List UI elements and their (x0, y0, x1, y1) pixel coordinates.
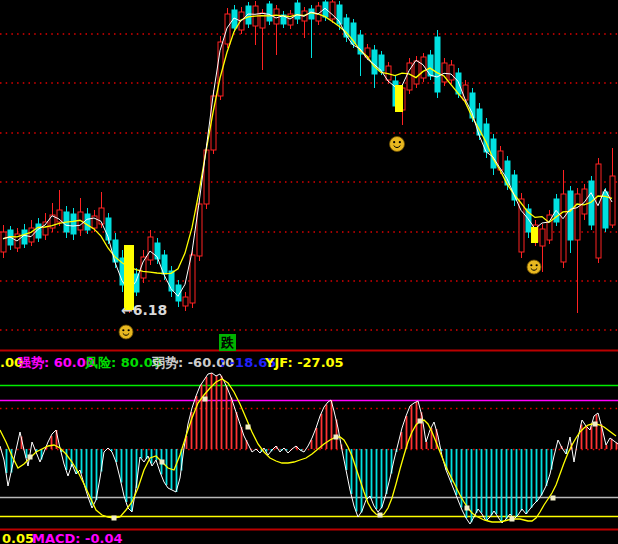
candle-up (274, 9, 279, 24)
candle-up (225, 14, 230, 44)
candle-down (568, 191, 573, 240)
smiley-icon (390, 137, 405, 152)
candles-layer (1, 0, 615, 313)
candle-up (57, 210, 62, 222)
osc-signal-marker (112, 516, 117, 521)
osc-signal-marker (28, 455, 33, 460)
candle-down (491, 139, 496, 168)
signal-highlight-bar (124, 245, 134, 310)
candle-up (1, 232, 6, 252)
candle-down (435, 37, 440, 92)
candle-up (190, 255, 195, 303)
oscillator-panel (0, 373, 618, 530)
candle-down (309, 9, 314, 19)
osc-signal-marker (510, 517, 515, 522)
osc-signal-marker (334, 435, 339, 440)
osc-signal-marker (593, 422, 598, 427)
candle-up (575, 194, 580, 240)
candle-down (155, 243, 160, 259)
smiley-icon (527, 260, 541, 274)
candle-up (463, 85, 468, 100)
osc-histogram (7, 373, 617, 522)
candle-down (22, 230, 27, 244)
candle-up (414, 61, 419, 84)
candle-down (267, 4, 272, 21)
candle-down (295, 3, 300, 19)
osc-signal-marker (203, 397, 208, 402)
candle-down (71, 214, 76, 234)
price-panel (0, 0, 618, 339)
stock-chart-window: .00强势: 60.00风险: 80.00弱势: -60.00: -18.65Y… (0, 0, 618, 544)
osc-signal-marker (465, 506, 470, 511)
fall-badge: 跌 (219, 334, 236, 351)
signal-highlight-bar (531, 227, 538, 243)
osc-signal-marker (551, 496, 556, 501)
candle-up (141, 257, 146, 278)
osc-signal-marker (160, 460, 165, 465)
smiley-icon (119, 325, 133, 339)
candle-up (596, 164, 601, 258)
ma-fast-line (3, 8, 612, 296)
candle-down (85, 214, 90, 230)
signal-highlight-bar (395, 85, 403, 112)
indicator-values-row: .00强势: 60.00风险: 80.00弱势: -60.00: -18.65Y… (0, 354, 618, 371)
macd-value-1: MACD: -0.04 (32, 530, 123, 544)
candle-up (561, 194, 566, 262)
macd-value-0: 0.05 (2, 530, 34, 544)
candle-up (540, 229, 545, 246)
osc-signal-marker (246, 425, 251, 430)
indicator-value-5: YJF: -27.05 (265, 354, 344, 371)
osc-signal-marker (418, 419, 423, 424)
candle-up (183, 297, 188, 306)
chart-canvas[interactable] (0, 0, 618, 544)
candle-down (372, 50, 377, 74)
candle-up (449, 65, 454, 80)
macd-values-row: 0.05MACD: -0.04 (0, 530, 618, 544)
indicator-value-1: 强势: 60.00 (18, 354, 95, 371)
candle-up (148, 237, 153, 260)
price-low-annotation: ←6.18 (121, 302, 167, 318)
osc-signal-marker (378, 513, 383, 518)
indicator-value-2: 风险: 80.00 (85, 354, 162, 371)
